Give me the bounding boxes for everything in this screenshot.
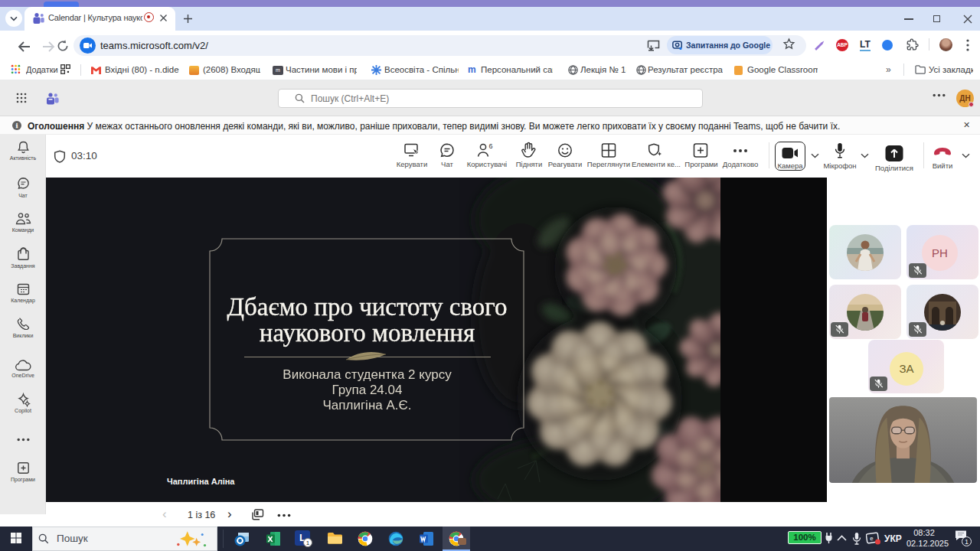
svg-text:6: 6 bbox=[489, 142, 493, 150]
svg-text:e: e bbox=[869, 535, 874, 543]
